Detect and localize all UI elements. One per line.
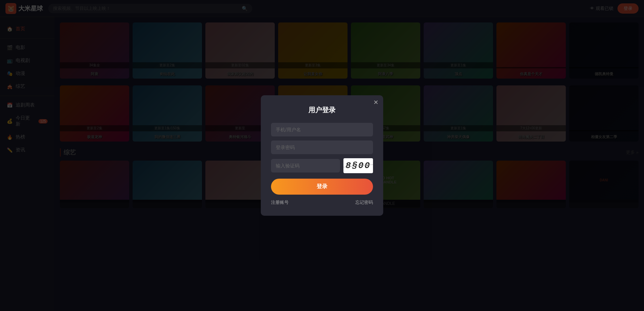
- dialog-links: 注册账号 忘记密码: [271, 199, 373, 206]
- login-dialog: ✕ 用户登录 8§00 登录 注册账号 忘记密码: [261, 95, 383, 216]
- forgot-password-link[interactable]: 忘记密码: [355, 199, 373, 206]
- captcha-text: 8§00: [345, 161, 371, 171]
- captcha-image[interactable]: 8§00: [343, 158, 373, 173]
- captcha-input[interactable]: [271, 159, 340, 173]
- dialog-overlay: ✕ 用户登录 8§00 登录 注册账号 忘记密码: [0, 0, 644, 311]
- username-input[interactable]: [271, 123, 373, 136]
- register-link[interactable]: 注册账号: [271, 199, 289, 206]
- dialog-title: 用户登录: [271, 105, 373, 115]
- password-input[interactable]: [271, 141, 373, 154]
- captcha-row: 8§00: [271, 158, 373, 173]
- login-button[interactable]: 登录: [271, 179, 373, 195]
- dialog-close-button[interactable]: ✕: [373, 99, 378, 105]
